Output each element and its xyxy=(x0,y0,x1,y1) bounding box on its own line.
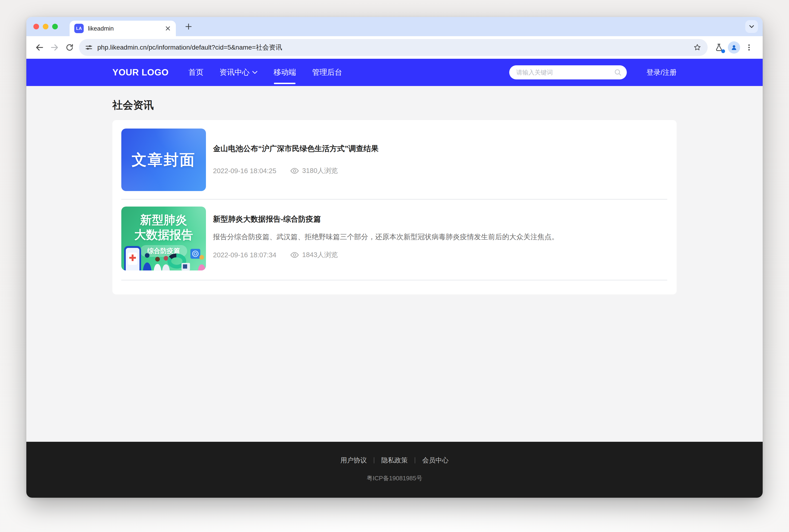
new-tab-button[interactable] xyxy=(182,20,195,33)
eye-icon xyxy=(290,252,299,258)
cover-illustration xyxy=(121,245,206,270)
article-views: 1843人浏览 xyxy=(290,250,338,260)
search-icon[interactable] xyxy=(614,69,622,76)
browser-window: LA likeadmin xyxy=(26,17,763,498)
forward-icon[interactable] xyxy=(47,40,62,55)
tab-search-button[interactable] xyxy=(745,20,758,33)
tab-close-icon[interactable] xyxy=(164,24,172,33)
nav-item-admin[interactable]: 管理后台 xyxy=(312,67,342,78)
cover-text-line: 新型肺炎 xyxy=(121,207,206,227)
article-cover-image[interactable]: 文章封面 xyxy=(121,129,206,191)
tab-title: likeadmin xyxy=(88,25,164,32)
site-page: YOUR LOGO 首页 资讯中心 移动端 管理后台 登录 xyxy=(26,59,763,498)
footer-link-privacy-policy[interactable]: 隐私政策 xyxy=(381,456,408,465)
page-title: 社会资讯 xyxy=(112,98,677,112)
search-box[interactable] xyxy=(509,65,627,79)
nav-item-home[interactable]: 首页 xyxy=(188,67,203,78)
footer-link-user-agreement[interactable]: 用户协议 xyxy=(340,456,367,465)
bookmark-icon[interactable] xyxy=(691,41,704,54)
nav-item-mobile[interactable]: 移动端 xyxy=(274,67,296,78)
browser-tab[interactable]: LA likeadmin xyxy=(70,21,176,36)
experiments-flask-icon[interactable] xyxy=(711,40,727,55)
article-description: 报告分综合防疫篇、武汉篇、拒绝野味篇三个部分，还原本次新型冠状病毒肺炎疫情发生前… xyxy=(213,232,667,242)
close-window-button[interactable] xyxy=(33,24,39,30)
nav-item-label: 资讯中心 xyxy=(219,67,249,78)
article-meta: 2022-09-16 18:07:34 1843人浏览 xyxy=(213,250,667,260)
footer-links: 用户协议 隐私政策 会员中心 xyxy=(26,456,763,465)
browser-menu-icon[interactable] xyxy=(741,40,756,55)
reload-icon[interactable] xyxy=(62,40,77,55)
site-header: YOUR LOGO 首页 资讯中心 移动端 管理后台 登录 xyxy=(26,59,763,86)
icp-number: 粤ICP备19081985号 xyxy=(26,474,763,482)
experiment-badge xyxy=(721,49,725,53)
minimize-window-button[interactable] xyxy=(43,24,49,30)
footer-link-member-center[interactable]: 会员中心 xyxy=(422,456,449,465)
article-item[interactable]: 文章封面 金山电池公布“沪广深市民绿色生活方式”调查结果 2022-09-16 … xyxy=(121,129,667,191)
article-title[interactable]: 新型肺炎大数据报告-综合防疫篇 xyxy=(213,214,667,224)
avatar xyxy=(728,41,740,54)
browser-toolbar: php.likeadmin.cn/pc/information/default?… xyxy=(26,36,763,59)
cover-text-line: 大数据报告 xyxy=(121,227,206,242)
back-icon[interactable] xyxy=(32,40,47,55)
eye-icon xyxy=(290,168,299,174)
site-logo[interactable]: YOUR LOGO xyxy=(112,68,169,78)
content-area: 社会资讯 文章封面 金山电池公布“沪广深市民绿色生活方式”调查结果 2022-0… xyxy=(26,86,763,442)
article-item[interactable]: 新型肺炎 大数据报告 综合防疫篇 xyxy=(121,207,667,270)
profile-avatar[interactable] xyxy=(727,40,741,55)
url-text[interactable]: php.likeadmin.cn/pc/information/default?… xyxy=(97,43,691,52)
article-views: 3180人浏览 xyxy=(290,166,338,175)
address-bar[interactable]: php.likeadmin.cn/pc/information/default?… xyxy=(79,39,708,56)
views-count: 3180人浏览 xyxy=(302,166,338,175)
article-meta: 2022-09-16 18:04:25 3180人浏览 xyxy=(213,166,667,175)
window-controls xyxy=(33,24,58,30)
site-footer: 用户协议 隐私政策 会员中心 粤ICP备19081985号 xyxy=(26,442,763,498)
article-title[interactable]: 金山电池公布“沪广深市民绿色生活方式”调查结果 xyxy=(213,144,667,154)
main-nav: 首页 资讯中心 移动端 管理后台 xyxy=(188,67,342,78)
footer-separator xyxy=(374,457,374,463)
cover-text: 文章封面 xyxy=(132,150,195,170)
site-settings-icon[interactable] xyxy=(85,44,93,51)
divider xyxy=(121,280,667,280)
site-favicon-icon: LA xyxy=(74,24,84,33)
screen: LA likeadmin xyxy=(0,0,789,532)
views-count: 1843人浏览 xyxy=(302,250,338,260)
search-input[interactable] xyxy=(515,69,614,77)
footer-separator xyxy=(415,457,415,463)
article-date: 2022-09-16 18:07:34 xyxy=(213,251,276,259)
login-register-link[interactable]: 登录/注册 xyxy=(646,68,677,77)
tab-strip: LA likeadmin xyxy=(26,17,763,36)
article-cover-image[interactable]: 新型肺炎 大数据报告 综合防疫篇 xyxy=(121,207,206,270)
divider xyxy=(121,199,667,200)
nav-item-news-center[interactable]: 资讯中心 xyxy=(219,67,258,78)
article-list-card: 文章封面 金山电池公布“沪广深市民绿色生活方式”调查结果 2022-09-16 … xyxy=(112,120,677,294)
zoom-window-button[interactable] xyxy=(52,24,58,30)
chevron-down-icon xyxy=(252,71,258,74)
article-date: 2022-09-16 18:04:25 xyxy=(213,167,276,175)
